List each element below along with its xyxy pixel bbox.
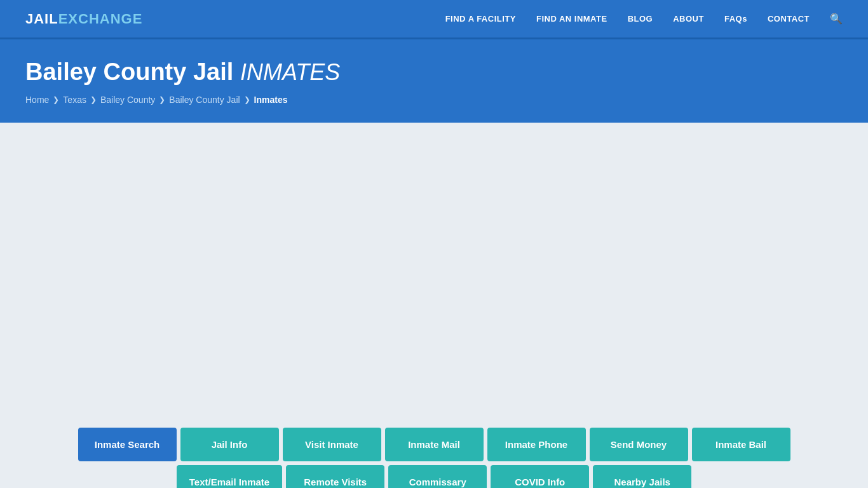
tab-commissary[interactable]: Commissary — [388, 465, 487, 488]
hero-section: Bailey County Jail INMATES Home ❯ Texas … — [0, 39, 868, 123]
tab-inmate-search[interactable]: Inmate Search — [78, 428, 177, 461]
nav-blog[interactable]: BLOG — [628, 14, 653, 24]
logo-jail: JAIL — [25, 11, 58, 27]
page-title-main: Bailey County Jail — [25, 58, 233, 85]
nav-faqs[interactable]: FAQs — [724, 14, 747, 24]
logo[interactable]: JAIL EXCHANGE — [25, 11, 142, 27]
tab-covid-info[interactable]: COVID Info — [491, 465, 589, 488]
breadcrumb-texas[interactable]: Texas — [63, 95, 86, 105]
tabs-row-1: Inmate Search Jail Info Visit Inmate Inm… — [25, 428, 843, 461]
breadcrumb-sep-4: ❯ — [244, 95, 250, 104]
search-icon[interactable]: 🔍 — [830, 13, 843, 25]
tab-inmate-phone[interactable]: Inmate Phone — [487, 428, 586, 461]
tab-jail-info[interactable]: Jail Info — [180, 428, 279, 461]
main-nav: FIND A FACILITY FIND AN INMATE BLOG ABOU… — [445, 13, 843, 25]
breadcrumb-bailey-county-jail[interactable]: Bailey County Jail — [169, 95, 240, 105]
tab-inmate-bail[interactable]: Inmate Bail — [692, 428, 790, 461]
breadcrumb-bailey-county[interactable]: Bailey County — [100, 95, 155, 105]
breadcrumb-sep-2: ❯ — [90, 95, 97, 104]
tab-inmate-mail[interactable]: Inmate Mail — [385, 428, 484, 461]
tab-visit-inmate[interactable]: Visit Inmate — [283, 428, 381, 461]
nav-find-facility[interactable]: FIND A FACILITY — [445, 14, 516, 24]
logo-exchange: EXCHANGE — [58, 11, 143, 27]
page-title-italic: INMATES — [240, 59, 340, 85]
page-title: Bailey County Jail INMATES — [25, 58, 843, 86]
site-header: JAIL EXCHANGE FIND A FACILITY FIND AN IN… — [0, 0, 868, 39]
tab-send-money[interactable]: Send Money — [590, 428, 688, 461]
tab-nearby-jails[interactable]: Nearby Jails — [593, 465, 691, 488]
breadcrumb-inmates: Inmates — [254, 95, 288, 105]
tabs-row-2: Text/Email Inmate Remote Visits Commissa… — [25, 465, 843, 488]
breadcrumb-sep-3: ❯ — [159, 95, 165, 104]
breadcrumb-sep-1: ❯ — [53, 95, 59, 104]
nav-contact[interactable]: CONTACT — [768, 14, 810, 24]
nav-find-inmate[interactable]: FIND AN INMATE — [536, 14, 607, 24]
tab-remote-visits[interactable]: Remote Visits — [286, 465, 384, 488]
nav-about[interactable]: ABOUT — [673, 14, 704, 24]
main-content — [0, 123, 868, 415]
breadcrumb: Home ❯ Texas ❯ Bailey County ❯ Bailey Co… — [25, 95, 843, 105]
tab-text-email-inmate[interactable]: Text/Email Inmate — [177, 465, 282, 488]
breadcrumb-home[interactable]: Home — [25, 95, 49, 105]
tabs-section: Inmate Search Jail Info Visit Inmate Inm… — [0, 415, 868, 488]
